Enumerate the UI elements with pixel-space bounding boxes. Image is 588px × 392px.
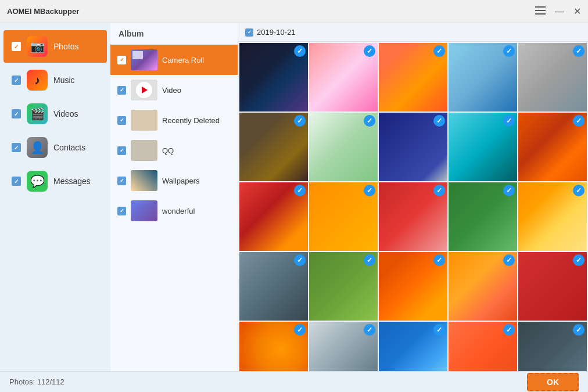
wallpapers-checkbox[interactable] — [117, 177, 126, 185]
photo-inner: ✓ — [379, 113, 447, 181]
videos-label: Videos — [53, 109, 78, 118]
photo-check-icon: ✓ — [503, 185, 515, 196]
close-button[interactable]: ✕ — [573, 7, 581, 16]
contacts-icon: 👤 — [27, 137, 48, 158]
photo-grid: ✓ ✓ ✓ ✓ ✓ ✓ — [238, 42, 588, 371]
photo-inner: ✓ — [379, 182, 447, 251]
window-controls: — ✕ — [535, 6, 581, 16]
photo-cell[interactable]: ✓ — [518, 182, 587, 251]
photo-grid-header: 2019-10-21 — [238, 23, 588, 42]
music-checkbox[interactable] — [12, 75, 21, 85]
photo-check-icon: ✓ — [364, 254, 375, 266]
photo-cell[interactable]: ✓ — [449, 322, 517, 371]
photo-inner: ✓ — [518, 182, 587, 251]
photo-cell[interactable]: ✓ — [449, 43, 517, 112]
photo-cell[interactable]: ✓ — [518, 322, 587, 371]
album-item-wonderful[interactable]: wonderful — [110, 196, 238, 226]
photo-cell[interactable]: ✓ — [379, 113, 447, 181]
photo-cell[interactable]: ✓ — [239, 322, 308, 371]
wallpapers-label: Wallpapers — [162, 177, 200, 185]
photo-cell[interactable]: ✓ — [379, 322, 447, 371]
photo-check-icon: ✓ — [364, 185, 375, 196]
photo-cell[interactable]: ✓ — [309, 252, 378, 321]
recently-deleted-checkbox[interactable] — [117, 116, 126, 125]
videos-icon: 🎬 — [27, 103, 48, 124]
status-bar: Photos: 112/112 OK — [0, 371, 588, 392]
photo-cell[interactable]: ✓ — [379, 43, 447, 112]
videos-checkbox[interactable] — [12, 109, 21, 118]
date-label: 2019-10-21 — [257, 28, 296, 37]
wonderful-checkbox[interactable] — [117, 207, 126, 215]
photo-cell[interactable]: ✓ — [309, 322, 378, 371]
album-header: Album — [110, 23, 238, 45]
camera-roll-thumb — [131, 49, 157, 70]
minimize-button[interactable]: — — [555, 7, 564, 16]
video-triangle — [142, 87, 148, 93]
photo-cell[interactable]: ✓ — [379, 252, 447, 321]
photo-cell[interactable]: ✓ — [449, 182, 517, 251]
album-panel: Album Camera Roll Video Recently Deleted… — [110, 23, 238, 371]
photo-grid-panel: 2019-10-21 ✓ ✓ ✓ ✓ — [238, 23, 588, 371]
menu-icon[interactable] — [535, 6, 546, 16]
photo-cell[interactable]: ✓ — [379, 182, 447, 251]
main-layout: 📷 Photos ♪ Music 🎬 Videos 👤 Contacts 💬 M… — [0, 23, 588, 371]
photo-cell[interactable]: ✓ — [518, 43, 587, 112]
photos-label: Photos — [53, 42, 79, 51]
photo-cell[interactable]: ✓ — [309, 182, 378, 251]
contacts-checkbox[interactable] — [12, 143, 21, 152]
sidebar-item-contacts[interactable]: 👤 Contacts — [3, 131, 107, 164]
photo-cell[interactable]: ✓ — [518, 113, 587, 181]
photo-check-icon: ✓ — [294, 115, 306, 127]
photo-inner: ✓ — [518, 252, 587, 321]
photo-inner: ✓ — [449, 322, 517, 371]
photo-check-icon: ✓ — [573, 45, 585, 57]
album-item-video[interactable]: Video — [110, 75, 238, 105]
music-icon: ♪ — [27, 70, 48, 91]
messages-checkbox[interactable] — [12, 177, 21, 186]
video-checkbox[interactable] — [117, 86, 126, 95]
photo-inner: ✓ — [449, 43, 517, 112]
ok-button[interactable]: OK — [527, 373, 579, 391]
photo-check-icon: ✓ — [503, 115, 515, 127]
photo-cell[interactable]: ✓ — [239, 182, 308, 251]
video-play-icon — [136, 82, 152, 98]
photo-inner: ✓ — [239, 43, 308, 112]
photo-inner: ✓ — [309, 113, 378, 181]
qq-checkbox[interactable] — [117, 146, 126, 155]
photo-check-icon: ✓ — [503, 45, 515, 57]
photo-cell[interactable]: ✓ — [518, 252, 587, 321]
recently-deleted-thumb — [131, 110, 157, 131]
sidebar-item-music[interactable]: ♪ Music — [3, 64, 107, 96]
photo-cell[interactable]: ✓ — [239, 252, 308, 321]
svg-rect-1 — [535, 10, 546, 11]
photos-checkbox[interactable] — [12, 42, 21, 51]
photo-check-icon: ✓ — [294, 324, 306, 336]
photo-inner: ✓ — [518, 113, 587, 181]
photo-inner: ✓ — [379, 322, 447, 371]
camera-roll-checkbox[interactable] — [117, 56, 126, 64]
album-item-qq[interactable]: QQ — [110, 135, 238, 166]
album-item-recently-deleted[interactable]: Recently Deleted — [110, 105, 238, 135]
photo-inner: ✓ — [239, 322, 308, 371]
photo-cell[interactable]: ✓ — [449, 113, 517, 181]
sidebar-item-photos[interactable]: 📷 Photos — [3, 30, 107, 63]
photo-cell[interactable]: ✓ — [309, 113, 378, 181]
photo-inner: ✓ — [379, 43, 447, 112]
photo-cell[interactable]: ✓ — [449, 252, 517, 321]
photo-inner: ✓ — [449, 113, 517, 181]
photo-check-icon: ✓ — [433, 185, 445, 196]
app-title: AOMEI MBackupper — [7, 7, 535, 16]
photo-cell[interactable]: ✓ — [239, 113, 308, 181]
photo-inner: ✓ — [449, 182, 517, 251]
photo-cell[interactable]: ✓ — [309, 43, 378, 112]
photo-cell[interactable]: ✓ — [239, 43, 308, 112]
camera-roll-label: Camera Roll — [162, 56, 204, 64]
date-checkbox[interactable] — [245, 28, 253, 37]
photo-check-icon: ✓ — [433, 254, 445, 266]
sidebar-item-videos[interactable]: 🎬 Videos — [3, 98, 107, 130]
wonderful-thumb — [131, 200, 157, 221]
sidebar-item-messages[interactable]: 💬 Messages — [3, 165, 107, 197]
album-item-wallpapers[interactable]: Wallpapers — [110, 166, 238, 196]
album-item-camera-roll[interactable]: Camera Roll — [110, 45, 238, 75]
photo-inner: ✓ — [449, 252, 517, 321]
